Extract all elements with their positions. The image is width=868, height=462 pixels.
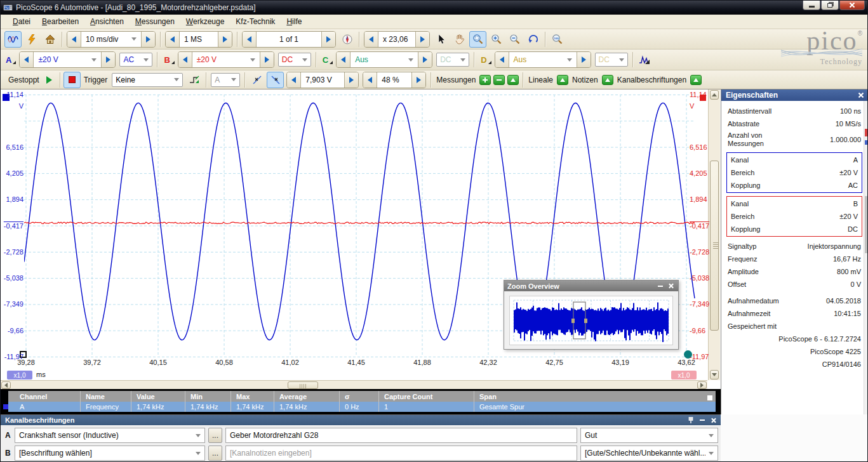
zoom-factor-value[interactable]: x 23,06 <box>378 32 416 47</box>
selection-handle[interactable] <box>584 319 587 323</box>
advanced-trigger-button[interactable] <box>185 72 203 88</box>
menu-messungen[interactable]: Messungen <box>130 15 180 29</box>
menu-werkzeuge[interactable]: Werkzeuge <box>180 15 230 29</box>
close-icon[interactable] <box>711 418 716 423</box>
channel-d-range-select[interactable]: Aus <box>509 52 577 67</box>
zoom-prev-button[interactable] <box>364 32 378 47</box>
properties-scroll-strip[interactable] <box>864 101 868 462</box>
menu-kfz-technik[interactable]: Kfz-Technik <box>230 15 281 29</box>
channel-labels-panel-toggle-button[interactable] <box>690 75 702 85</box>
start-button[interactable] <box>43 72 57 88</box>
channel-b-options-button[interactable]: B <box>164 55 174 65</box>
column-header[interactable]: Span <box>474 391 716 402</box>
buffer-prev-button[interactable] <box>243 32 256 47</box>
channel-c-range-prev-button[interactable] <box>337 52 350 67</box>
scroll-down-button[interactable] <box>710 370 719 380</box>
channel-c-range-next-button[interactable] <box>418 52 432 67</box>
column-header[interactable]: Max <box>230 391 274 402</box>
channel-b-range-next-button[interactable] <box>260 52 274 67</box>
add-measurement-button[interactable] <box>479 75 491 85</box>
channel-a-range-select[interactable]: ±20 V <box>33 52 102 67</box>
channel-b-range-select[interactable]: ±20 V <box>192 52 260 67</box>
timebase-select[interactable]: 10 ms/div <box>81 32 142 47</box>
close-icon[interactable] <box>668 283 674 289</box>
column-header[interactable]: Name <box>80 391 131 402</box>
close-button[interactable] <box>839 1 865 10</box>
undo-zoom-button[interactable] <box>524 31 542 48</box>
channel-a-preset-select[interactable]: Crankshaft sensor (Inductive) <box>15 428 205 443</box>
channel-d-range-next-button[interactable] <box>577 52 591 67</box>
scope-view-button[interactable] <box>4 31 22 48</box>
home-button[interactable] <box>41 31 58 48</box>
samples-select[interactable]: 1 MS <box>179 32 218 47</box>
channel-d-range-prev-button[interactable] <box>495 52 509 67</box>
menu-bearbeiten[interactable]: Bearbeiten <box>36 15 84 29</box>
zoom-out-tool-button[interactable] <box>506 31 523 48</box>
channel-a-options-button[interactable]: A <box>6 55 16 65</box>
column-header[interactable]: Average <box>274 391 339 402</box>
rulers-panel-toggle-button[interactable] <box>557 75 568 85</box>
channel-d-options-button[interactable]: D <box>481 55 491 65</box>
column-header[interactable]: Capture Count <box>378 391 474 402</box>
scroll-left-button[interactable] <box>1 381 11 389</box>
rising-edge-button[interactable] <box>248 72 265 88</box>
measurement-row[interactable]: A Frequency 1,74 kHz 1,74 kHz 1,74 kHz 1… <box>8 402 716 412</box>
timebase-next-button[interactable] <box>142 32 155 47</box>
channel-b-rating-select[interactable]: [Gute/Schlechte/Unbekannte wähl... <box>580 446 718 461</box>
select-tool-button[interactable] <box>432 31 450 48</box>
selection-handle[interactable] <box>571 319 575 323</box>
channel-b-note-input[interactable]: [Kanalnotizen eingeben] <box>225 446 577 461</box>
zoom-overview-title-bar[interactable]: Zoom Overview <box>504 280 678 291</box>
x-scale-badge[interactable]: x1,0 <box>7 371 32 380</box>
trigger-level-up-button[interactable] <box>345 72 358 88</box>
trigger-level-down-button[interactable] <box>287 72 300 88</box>
channel-b-preset-select[interactable]: [Beschriftung wählen] <box>15 446 205 461</box>
stop-button[interactable] <box>63 72 81 88</box>
scroll-right-button[interactable] <box>697 381 707 389</box>
minimize-icon[interactable] <box>700 419 705 421</box>
minimize-icon[interactable] <box>658 286 663 287</box>
menu-ansichten[interactable]: Ansichten <box>84 15 130 29</box>
channel-c-options-button[interactable]: C <box>323 55 333 65</box>
horizontal-scrollbar[interactable] <box>1 380 707 389</box>
autosetup-button[interactable] <box>23 31 40 48</box>
pin-icon[interactable] <box>688 417 694 424</box>
channel-a-coupling-select[interactable]: AC <box>119 53 152 67</box>
samples-prev-button[interactable] <box>166 32 179 47</box>
samples-next-button[interactable] <box>218 32 232 47</box>
y-scale-badge[interactable]: x1,0 <box>671 371 697 380</box>
zoom-overview-window[interactable]: Zoom Overview <box>504 280 679 350</box>
pan-tool-button[interactable] <box>451 31 468 48</box>
menu-hilfe[interactable]: Hilfe <box>281 15 307 29</box>
close-icon[interactable] <box>858 92 864 98</box>
channel-c-range-select[interactable]: Aus <box>350 52 418 67</box>
channel-a-range-prev-button[interactable] <box>20 52 33 67</box>
trigger-mode-select[interactable]: Keine <box>112 73 183 87</box>
header-resize-handle[interactable] <box>707 395 712 400</box>
horizontal-scroll-thumb[interactable] <box>288 381 318 389</box>
trigger-level-value[interactable]: 7,903 V <box>300 72 345 88</box>
zoom-next-button[interactable] <box>416 32 429 47</box>
zoom-overview-body[interactable] <box>509 296 673 345</box>
channel-a-note-input[interactable]: Geber Motordrehzahl G28 <box>225 428 577 443</box>
channel-b-range-prev-button[interactable] <box>178 52 192 67</box>
channel-a-more-button[interactable]: ... <box>208 428 222 443</box>
buffer-next-button[interactable] <box>322 32 335 47</box>
column-header[interactable]: Channel <box>8 391 80 402</box>
timebase-prev-button[interactable] <box>67 32 81 47</box>
falling-edge-button[interactable] <box>267 72 284 88</box>
menu-datei[interactable]: Datei <box>7 15 36 29</box>
pretrigger-value[interactable]: 48 % <box>377 72 412 88</box>
pretrigger-down-button[interactable] <box>363 72 377 88</box>
channel-b-coupling-select[interactable]: DC <box>278 53 311 67</box>
vertical-scrollbar[interactable] <box>708 89 720 380</box>
zoom-100-button[interactable]: 100 <box>549 31 566 48</box>
buffer-overview-button[interactable] <box>338 31 356 48</box>
notes-panel-toggle-button[interactable] <box>602 75 613 85</box>
strip-thumb[interactable] <box>865 196 868 253</box>
restore-button[interactable] <box>821 1 839 10</box>
probes-button[interactable] <box>636 51 653 68</box>
measurements-panel-toggle-button[interactable] <box>507 75 519 85</box>
column-header[interactable]: Value <box>131 391 185 402</box>
minimize-button[interactable] <box>803 1 820 10</box>
